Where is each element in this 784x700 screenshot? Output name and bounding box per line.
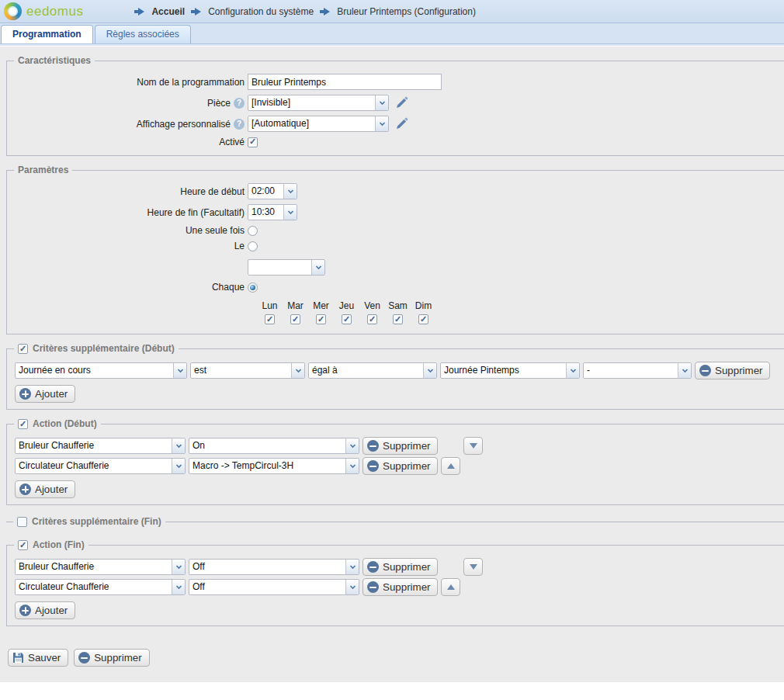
ajouter-critere-button[interactable]: Ajouter [15,385,75,403]
tab-regles-associees[interactable]: Règles associées [95,25,191,43]
day-label: Dim [411,300,436,311]
sauver-button[interactable]: Sauver [8,649,68,667]
tab-programmation[interactable]: Programmation [1,25,93,43]
tab-bar: Programmation Règles associées [0,23,784,44]
breadcrumb: Accueil Configuration du système Bruleur… [134,6,476,17]
plus-circle-icon [19,605,31,616]
chevron-down-icon[interactable] [173,363,186,378]
section-caracteristiques: Caractéristiques Nom de la programmation… [6,61,784,156]
supprimer-action-button[interactable]: Supprimer [363,578,438,596]
day-checkbox-lun[interactable] [265,314,275,324]
supprimer-action-button[interactable]: Supprimer [363,437,438,455]
une-seule-fois-radio[interactable] [248,226,258,236]
chevron-down-icon[interactable] [566,363,579,378]
le-date-select[interactable] [248,259,325,275]
chevron-down-icon[interactable] [345,580,359,594]
action-device-select[interactable]: Bruleur Chaufferie [15,559,186,575]
form-actions: Sauver Supprimer [8,649,784,667]
breadcrumb-item-accueil[interactable]: Accueil [151,6,185,17]
chevron-down-icon[interactable] [345,459,359,473]
action-value-select[interactable]: Macro -> TempCircul-3H [189,458,359,474]
plus-circle-icon [19,483,31,495]
action-fin-checkbox[interactable] [18,540,28,550]
supprimer-action-button[interactable]: Supprimer [363,558,438,576]
day-checkbox-dim[interactable] [418,314,428,324]
action-device-select[interactable]: Circulateur Chaufferie [15,579,186,595]
day-checkbox-mar[interactable] [290,314,300,324]
edit-pencil-icon[interactable] [395,96,408,109]
logo-text: eedomus [26,4,83,19]
day-label: Lun [257,300,283,311]
day-checkbox-jeu[interactable] [342,314,352,324]
chevron-down-icon[interactable] [423,363,436,378]
section-parametres: Paramètres Heure de début 02:00 Heure de… [6,170,784,334]
day-label: Mar [283,300,308,311]
action-value-select[interactable]: On [189,438,359,454]
section-legend: Critères supplémentaire (Début) [14,343,179,355]
chevron-down-icon[interactable] [283,184,297,199]
chevron-down-icon[interactable] [345,438,359,453]
breadcrumb-arrow-icon [134,8,145,16]
legend-label: Action (Début) [33,418,97,430]
active-checkbox[interactable] [248,137,258,147]
move-down-button[interactable] [463,437,483,455]
action-row: Bruleur Chaufferie On Supprimer [15,437,780,455]
chevron-down-icon[interactable] [172,438,185,453]
critere-operator-select[interactable]: est [190,362,305,379]
critere-row: Journée en cours est égal à Journée Pint… [15,362,780,379]
affichage-label: Affichage personnalisé ? [15,119,248,130]
eedomus-logo[interactable]: eedomus [4,2,83,20]
programmation-name-input[interactable] [248,74,442,90]
heure-fin-select[interactable]: 10:30 [248,204,297,220]
criteres-debut-checkbox[interactable] [18,344,28,354]
critere-device-select[interactable]: Journée en cours [15,362,187,379]
action-value-select[interactable]: Off [189,579,359,595]
breadcrumb-item-configuration[interactable]: Configuration du système [208,6,314,17]
day-checkbox-sam[interactable] [393,314,403,324]
move-up-button[interactable] [441,457,460,475]
critere-extra-select[interactable]: - [583,362,692,379]
chevron-down-icon[interactable] [375,95,388,110]
name-label: Nom de la programmation [15,77,248,88]
criteres-fin-checkbox[interactable] [17,517,27,527]
edit-pencil-icon[interactable] [395,117,408,130]
help-icon[interactable]: ? [234,98,245,109]
piece-select[interactable]: [Invisible] [248,95,389,111]
affichage-select[interactable]: [Automatique] [248,116,389,132]
chevron-down-icon[interactable] [172,560,185,574]
section-criteres-debut: Critères supplémentaire (Début) Journée … [6,348,784,410]
chevron-down-icon[interactable] [172,459,185,473]
active-label: Activé [15,137,248,147]
supprimer-critere-button[interactable]: Supprimer [695,362,770,379]
critere-comparison-select[interactable]: égal à [308,362,437,379]
ajouter-action-button[interactable]: Ajouter [15,601,75,619]
le-radio[interactable] [248,241,258,251]
action-value-select[interactable]: Off [189,559,359,575]
move-up-button[interactable] [441,578,460,596]
chevron-down-icon[interactable] [291,363,304,378]
day-checkbox-ven[interactable] [367,314,377,324]
chevron-down-icon[interactable] [172,580,185,594]
day-checkbox-mer[interactable] [316,314,326,324]
supprimer-action-button[interactable]: Supprimer [363,457,438,475]
move-down-icon [470,443,477,449]
chaque-radio[interactable] [248,282,258,293]
move-down-button[interactable] [463,558,483,576]
chevron-down-icon[interactable] [283,205,297,220]
day-label: Jeu [334,300,359,311]
section-legend: Paramètres [14,165,72,176]
chevron-down-icon[interactable] [678,363,691,378]
ajouter-action-button[interactable]: Ajouter [15,480,75,498]
critere-value-select[interactable]: Journée Pintemps [440,362,580,379]
help-icon[interactable]: ? [234,119,245,130]
chevron-down-icon[interactable] [345,560,359,574]
supprimer-programmation-button[interactable]: Supprimer [74,649,149,667]
chevron-down-icon[interactable] [311,260,324,275]
section-action-debut: Action (Début) Bruleur Chaufferie On Sup… [6,424,784,505]
breadcrumb-arrow-icon [320,8,331,16]
chevron-down-icon[interactable] [375,116,388,131]
action-device-select[interactable]: Bruleur Chaufferie [15,438,186,454]
action-device-select[interactable]: Circulateur Chaufferie [15,458,186,474]
heure-debut-select[interactable]: 02:00 [248,183,297,199]
action-debut-checkbox[interactable] [18,419,28,429]
